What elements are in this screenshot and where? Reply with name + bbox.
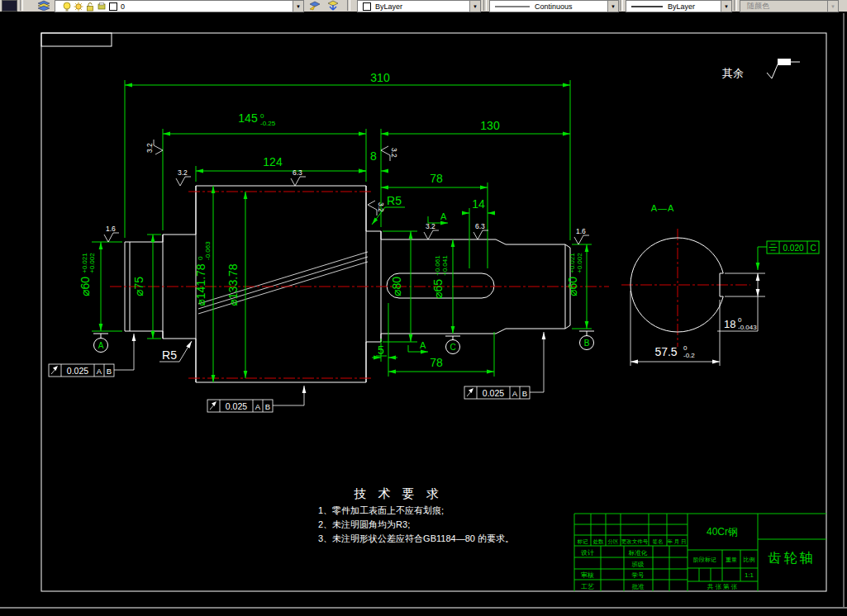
make-layer-current-button[interactable]	[307, 0, 322, 11]
svg-text:⌀75: ⌀75	[132, 277, 145, 296]
dimension-18: 18 0 -0.043	[717, 273, 765, 331]
svg-text:A: A	[420, 340, 426, 350]
section-cut-label-top: A	[428, 211, 448, 223]
svg-text:+0.061: +0.061	[434, 255, 441, 276]
svg-text:3.2: 3.2	[145, 143, 154, 153]
dimension-78-bottom: 78	[388, 332, 494, 377]
dimension-dia80: ⌀80	[383, 231, 417, 342]
datum-c: C	[445, 336, 460, 354]
svg-text:C: C	[450, 343, 455, 352]
color-control-combobox[interactable]: ByLayer ▼	[357, 0, 481, 12]
lineweight-dropdown-arrow[interactable]: ▼	[721, 1, 731, 12]
layer-on-bulb-icon[interactable]	[62, 2, 72, 12]
linetype-sample-icon	[495, 4, 530, 9]
svg-text:⌀65: ⌀65	[431, 279, 445, 299]
svg-text:A: A	[440, 211, 447, 221]
material-label: 40Cr钢	[707, 526, 738, 538]
application-window: 0 ▼ ByLayer ▼ Continuous ▼ ByLayer ▼	[0, 0, 847, 616]
layer-unlock-icon[interactable]	[85, 2, 95, 12]
linetype-control-combobox[interactable]: Continuous ▼	[489, 0, 619, 12]
svg-text:6.3: 6.3	[475, 222, 485, 230]
dimension-14: 14	[462, 197, 495, 268]
dimension-dia141: ⌀141.78 0 -0.063	[194, 186, 213, 382]
layer-color-swatch[interactable]	[109, 2, 117, 11]
svg-text:78: 78	[430, 356, 443, 369]
svg-text:A: A	[512, 389, 518, 398]
tech-title: 技 术 要 求	[354, 486, 443, 500]
plotstyle-control-combobox: 随颜色 ▼	[740, 0, 839, 12]
svg-text:比例: 比例	[744, 557, 755, 563]
layer-previous-button[interactable]	[326, 0, 340, 11]
separator	[734, 0, 737, 11]
svg-text:A: A	[98, 341, 104, 350]
linetype-value-label: Continuous	[535, 2, 573, 11]
svg-text:⌀80: ⌀80	[390, 277, 403, 296]
datum-a: A	[93, 334, 108, 353]
svg-text:R5: R5	[387, 194, 402, 207]
shaft-outline	[125, 186, 570, 382]
svg-text:+0.021: +0.021	[569, 253, 576, 273]
svg-text:⌀133.78: ⌀133.78	[226, 263, 240, 306]
bylayer-color-swatch	[363, 2, 371, 11]
plotstyle-dropdown-arrow: ▼	[827, 1, 838, 12]
svg-text:-0.043: -0.043	[738, 324, 757, 331]
roughness-any-icon	[778, 59, 791, 65]
layers-icon[interactable]	[36, 0, 51, 11]
linetype-dropdown-arrow[interactable]: ▼	[607, 1, 618, 12]
lineweight-control-combobox[interactable]: ByLayer ▼	[626, 0, 732, 12]
svg-text:0: 0	[197, 256, 204, 260]
svg-text:处数: 处数	[593, 538, 605, 545]
object-properties-toolbar: 0 ▼ ByLayer ▼ Continuous ▼ ByLayer ▼	[0, 0, 847, 12]
svg-text:学号: 学号	[632, 571, 645, 579]
dimension-130: 130	[381, 119, 570, 227]
color-value-label: ByLayer	[375, 2, 402, 11]
svg-text:0: 0	[738, 316, 742, 324]
svg-text:⌀60: ⌀60	[79, 277, 92, 296]
fcf-runout-2: 0.025 A B	[207, 386, 304, 412]
surface-note-text: 其余	[722, 67, 744, 79]
dimension-8: 8	[359, 149, 388, 171]
tech-item-1: 1、零件加工表面上不应有划痕;	[318, 505, 444, 515]
layer-name-label: 0	[121, 2, 125, 11]
svg-text:78: 78	[430, 172, 443, 185]
dimension-57-5: 57.5 0 -0.2	[630, 291, 720, 366]
fcf-runout-3: 0.025 A B	[464, 332, 544, 399]
svg-text:分区: 分区	[608, 538, 620, 544]
svg-text:标准化: 标准化	[628, 549, 648, 557]
separator	[20, 0, 23, 11]
dimension-5: 5	[372, 303, 397, 377]
svg-text:C: C	[810, 244, 816, 253]
layer-plot-icon[interactable]	[97, 2, 107, 12]
scale-value: 1:1	[745, 571, 754, 579]
layer-control-combobox[interactable]: 0 ▼	[55, 0, 304, 12]
part-name-label: 齿轮轴	[768, 551, 816, 565]
svg-text:310: 310	[370, 71, 390, 84]
layer-thaw-sun-icon[interactable]	[74, 2, 83, 12]
technical-requirements: 技 术 要 求 1、零件加工表面上不应有划痕; 2、未注明圆角均为R3; 3、未…	[318, 486, 514, 543]
radius-callout-green: R5	[372, 194, 405, 225]
tech-item-2: 2、未注明圆角均为R3;	[318, 519, 410, 529]
dimension-124: 124	[196, 155, 366, 182]
svg-text:6.3: 6.3	[293, 168, 302, 177]
svg-text:B: B	[107, 367, 112, 376]
svg-text:3.2: 3.2	[377, 202, 385, 212]
gear-helix-lines	[198, 252, 368, 314]
lineweight-sample-icon	[631, 4, 663, 9]
svg-text:3.2: 3.2	[178, 168, 188, 177]
title-block: 标记 处数 分区 更改文件号 签名 年 月 日 设计 审核 工艺 标准化 班级 …	[574, 514, 826, 591]
svg-text:0.025: 0.025	[226, 401, 247, 411]
svg-text:18: 18	[724, 318, 735, 330]
svg-text:工艺: 工艺	[581, 583, 594, 590]
svg-text:⌀141.78: ⌀141.78	[194, 263, 207, 306]
layer-dropdown-arrow[interactable]: ▼	[293, 1, 303, 12]
svg-text:A: A	[97, 367, 102, 376]
svg-text:年 月 日: 年 月 日	[667, 538, 686, 545]
svg-text:审核: 审核	[581, 571, 594, 579]
svg-text:B: B	[584, 339, 590, 348]
svg-text:更改文件号: 更改文件号	[621, 538, 649, 545]
drawing-canvas[interactable]: 其余	[0, 0, 847, 616]
color-dropdown-arrow[interactable]: ▼	[469, 1, 480, 12]
svg-text:145: 145	[238, 111, 258, 125]
block-tool-icon[interactable]	[2, 0, 17, 12]
svg-text:批准: 批准	[632, 583, 645, 590]
